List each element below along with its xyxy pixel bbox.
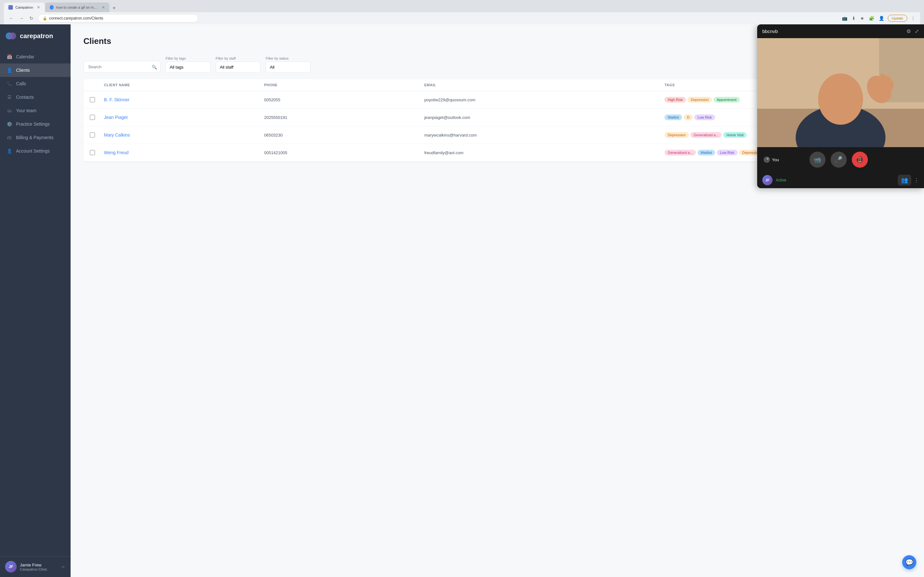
- chat-bubble-button[interactable]: 💬: [902, 555, 916, 569]
- tag-d: D: [684, 114, 693, 120]
- filter-status-select[interactable]: All: [266, 61, 310, 73]
- search-icon-button[interactable]: 🔍: [152, 64, 157, 69]
- video-controls: 🎤 You 📹 🎤 📵: [757, 147, 924, 172]
- row-checkbox-4[interactable]: [90, 150, 95, 155]
- address-bar[interactable]: 🔒 connect.carepatron.com/Clients: [38, 14, 198, 23]
- video-header: bbcnvb ⚙ ⤢: [757, 24, 924, 38]
- video-footer: JF Active 👥 ⋮: [757, 172, 924, 188]
- menu-icon[interactable]: ⋮: [910, 15, 916, 22]
- toggle-mic-button[interactable]: 🎤: [830, 152, 846, 168]
- tab-title-carepatron: Carepatron: [15, 5, 33, 9]
- video-body: [757, 38, 924, 147]
- tag-low-risk-weng: Low Risk: [717, 150, 738, 155]
- client-name-jean-piaget[interactable]: Jean Piaget: [104, 115, 264, 120]
- update-button[interactable]: Update: [888, 15, 907, 22]
- sidebar-item-practice-settings[interactable]: ⚙️ Practice Settings: [0, 117, 71, 131]
- row-checkbox-3[interactable]: [90, 132, 95, 137]
- row-checkbox-1[interactable]: [90, 97, 95, 102]
- col-checkbox: [90, 83, 104, 87]
- logout-button[interactable]: →: [60, 564, 65, 570]
- sidebar-item-calendar[interactable]: 📅 Calendar: [0, 50, 71, 63]
- sidebar-item-calls[interactable]: 📞 Calls: [0, 77, 71, 90]
- tag-appointment: Appointment: [714, 97, 740, 103]
- filter-tags-group: Filter by tags All tags: [166, 56, 210, 73]
- tab-title-google: how to create a gif on mac - G...: [56, 5, 98, 9]
- video-person-svg: [757, 38, 924, 147]
- client-name-bf-skinner[interactable]: B. F. Skinner: [104, 97, 264, 102]
- filter-tags-select[interactable]: All tags: [166, 61, 210, 73]
- filter-status-label: Filter by status: [266, 56, 310, 60]
- sidebar-label-billing: Billing & Payments: [16, 135, 53, 140]
- new-tab-button[interactable]: +: [110, 4, 118, 12]
- tag-waitlist-weng: Waitlist: [698, 150, 715, 155]
- sidebar-label-contacts: Contacts: [16, 95, 34, 100]
- bookmark-icon[interactable]: ★: [859, 15, 865, 22]
- tab-google[interactable]: how to create a gif on mac - G... ✕: [45, 3, 110, 12]
- tag-home-visit: Home Visit: [723, 132, 746, 138]
- toggle-video-button[interactable]: 📹: [809, 152, 825, 168]
- sidebar-item-your-team[interactable]: 🗂 Your team: [0, 104, 71, 117]
- video-main-area: [757, 38, 924, 147]
- end-call-button[interactable]: 📵: [852, 152, 868, 168]
- refresh-button[interactable]: ↻: [28, 15, 35, 22]
- search-input[interactable]: [83, 61, 160, 73]
- address-bar-row: ← → ↻ 🔒 connect.carepatron.com/Clients 📺…: [4, 12, 920, 24]
- carepatron-favicon: [8, 5, 13, 10]
- cast-icon[interactable]: 📺: [841, 15, 848, 22]
- google-favicon: [50, 5, 53, 10]
- extensions-icon[interactable]: 🧩: [868, 15, 875, 22]
- phone-weng-freud: 0051421005: [264, 150, 424, 155]
- logo-text: carepatron: [20, 32, 53, 40]
- back-button[interactable]: ←: [8, 15, 15, 22]
- sidebar-label-clients: Clients: [16, 68, 30, 73]
- participant-info: JF Active: [762, 175, 787, 185]
- tag-high-risk: High Risk: [664, 97, 686, 103]
- user-clinic: Carepatron Clinic: [20, 567, 57, 571]
- video-expand-button[interactable]: ⤢: [915, 28, 919, 34]
- sidebar-item-contacts[interactable]: ☰ Contacts: [0, 90, 71, 104]
- you-text: You: [772, 157, 779, 162]
- filter-staff-group: Filter by staff All staff: [216, 56, 260, 73]
- sidebar-item-billing-payments[interactable]: 🗃 Billing & Payments: [0, 131, 71, 144]
- svg-point-7: [818, 73, 863, 125]
- filter-staff-label: Filter by staff: [216, 56, 260, 60]
- nav-items: 📅 Calendar 👤 Clients 📞 Calls ☰ Contacts …: [0, 47, 71, 556]
- main-content: Clients + New client 🔍 Filter by tags Al…: [71, 24, 924, 577]
- tab-close-google[interactable]: ✕: [102, 5, 105, 10]
- filter-staff-select[interactable]: All staff: [216, 61, 260, 73]
- tag-generalized-mary: Generalized a...: [690, 132, 722, 138]
- sidebar-item-clients[interactable]: 👤 Clients: [0, 63, 71, 77]
- filter-tags-label: Filter by tags: [166, 56, 210, 60]
- billing-icon: 🗃: [6, 135, 12, 140]
- tag-generalized-weng: Generalized a...: [664, 150, 696, 155]
- client-name-weng-freud[interactable]: Weng Freud: [104, 150, 264, 155]
- person-video-feed: [757, 38, 924, 147]
- profile-icon[interactable]: 👤: [878, 15, 885, 22]
- calendar-icon: 📅: [6, 54, 12, 60]
- sidebar-footer: JF Jamie Frew Carepatron Clinic →: [0, 556, 71, 577]
- col-phone: PHONE: [264, 83, 424, 87]
- forward-button[interactable]: →: [18, 15, 25, 22]
- footer-actions: 👥 ⋮: [898, 175, 919, 185]
- phone-bf-skinner: 0052055: [264, 97, 424, 102]
- contacts-icon: ☰: [6, 94, 12, 100]
- add-participant-button[interactable]: 👥: [898, 175, 911, 185]
- active-badge: Active: [776, 178, 787, 182]
- search-box: 🔍: [83, 61, 160, 73]
- logo-area: carepatron: [0, 24, 71, 47]
- download-icon[interactable]: ⬇: [851, 15, 857, 22]
- more-options-button[interactable]: ⋮: [914, 175, 919, 185]
- client-name-mary-calkins[interactable]: Mary Calkins: [104, 132, 264, 137]
- tab-carepatron[interactable]: Carepatron ✕: [4, 3, 45, 12]
- participant-avatar: JF: [762, 175, 772, 185]
- clients-icon: 👤: [6, 67, 12, 73]
- tab-close-carepatron[interactable]: ✕: [37, 5, 40, 10]
- you-label: 🎤 You: [764, 156, 779, 163]
- video-settings-button[interactable]: ⚙: [906, 28, 911, 34]
- sidebar: carepatron 📅 Calendar 👤 Clients 📞 Calls …: [0, 24, 71, 577]
- page-title: Clients: [83, 36, 111, 46]
- row-checkbox-2[interactable]: [90, 115, 95, 120]
- email-weng-freud: freudfamily@aol.com: [424, 150, 664, 155]
- svg-point-1: [9, 32, 16, 39]
- sidebar-item-account-settings[interactable]: 👤 Account Settings: [0, 144, 71, 158]
